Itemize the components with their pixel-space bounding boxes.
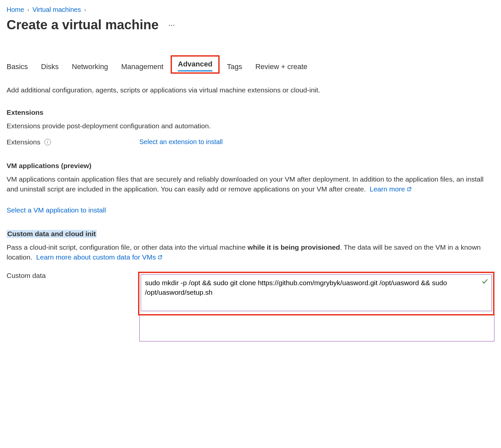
custom-data-label: Custom data	[7, 272, 131, 280]
page-title-text: Create a virtual machine	[7, 17, 158, 32]
checkmark-icon	[481, 278, 489, 285]
vm-applications-learn-more-text: Learn more	[370, 184, 405, 194]
custom-data-label-text: Custom data	[7, 272, 46, 280]
external-link-icon	[407, 184, 412, 194]
select-extension-link[interactable]: Select an extension to install	[139, 138, 223, 145]
vm-applications-learn-more-link[interactable]: Learn more	[370, 184, 412, 194]
tab-basics[interactable]: Basics	[7, 62, 28, 74]
custom-data-learn-more-link[interactable]: Learn more about custom data for VMs	[36, 252, 162, 262]
extensions-description: Extensions provide post-deployment confi…	[7, 121, 494, 131]
vm-applications-heading: VM applications (preview)	[7, 162, 494, 170]
custom-data-input[interactable]	[141, 274, 492, 311]
select-vm-application-link[interactable]: Select a VM application to install	[7, 206, 106, 214]
tab-tags[interactable]: Tags	[227, 62, 242, 74]
tab-networking[interactable]: Networking	[72, 62, 108, 74]
external-link-icon	[158, 252, 162, 262]
chevron-right-icon: ›	[27, 7, 29, 13]
tab-advanced-highlight: Advanced	[171, 55, 220, 74]
section-vm-applications: VM applications (preview) VM application…	[7, 162, 494, 214]
extensions-label-text: Extensions	[7, 138, 40, 146]
custom-data-learn-more-text: Learn more about custom data for VMs	[36, 252, 156, 262]
custom-data-heading: Custom data and cloud init	[7, 230, 97, 238]
breadcrumb: Home › Virtual machines ›	[7, 6, 494, 13]
more-actions-icon[interactable]: ⋯	[168, 21, 176, 29]
chevron-right-icon: ›	[84, 7, 86, 13]
vm-applications-desc-text: VM applications contain application file…	[7, 175, 484, 193]
tabs: Basics Disks Networking Management Advan…	[7, 55, 494, 74]
extensions-heading: Extensions	[7, 109, 494, 116]
page-title: Create a virtual machine ⋯	[7, 17, 494, 32]
custom-data-desc-pre: Pass a cloud-init script, configuration …	[7, 243, 248, 251]
vm-applications-description: VM applications contain application file…	[7, 174, 494, 194]
section-custom-data: Custom data and cloud init Pass a cloud-…	[7, 230, 494, 343]
tab-advanced[interactable]: Advanced	[178, 60, 212, 71]
extensions-label: Extensions i	[7, 138, 131, 146]
custom-data-desc-bold: while it is being provisioned	[248, 243, 340, 251]
custom-data-description: Pass a cloud-init script, configuration …	[7, 242, 494, 262]
tab-review-create[interactable]: Review + create	[255, 62, 307, 74]
tab-disks[interactable]: Disks	[41, 62, 59, 74]
section-extensions: Extensions Extensions provide post-deplo…	[7, 109, 494, 146]
breadcrumb-virtual-machines[interactable]: Virtual machines	[33, 6, 81, 13]
custom-data-input-secondary[interactable]	[139, 315, 494, 342]
breadcrumb-home[interactable]: Home	[7, 6, 24, 13]
tab-management[interactable]: Management	[121, 62, 163, 74]
info-icon[interactable]: i	[44, 139, 51, 145]
custom-data-highlight	[138, 272, 494, 315]
tab-description: Add additional configuration, agents, sc…	[7, 85, 494, 95]
